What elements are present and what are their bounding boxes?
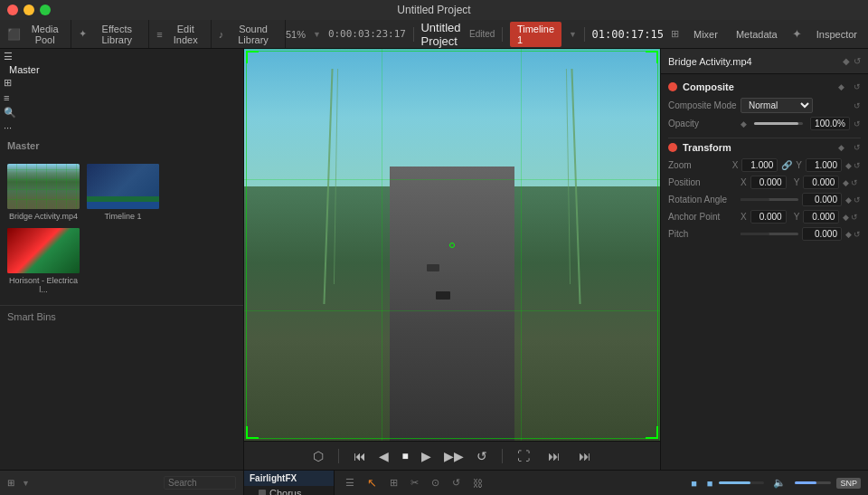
position-y-input[interactable]: 0.000 <box>803 176 839 189</box>
maximize-button[interactable] <box>40 5 51 15</box>
list-view-button[interactable]: ≡ <box>0 90 13 105</box>
timeline-tool-b[interactable]: ⊞ <box>386 475 401 490</box>
transform-header: Transform ◆ ↺ <box>668 142 861 153</box>
zoom-level: 51% <box>286 29 306 40</box>
next-clip-button[interactable]: ⏭ <box>575 445 595 467</box>
effects-panel: ⊞ ▼ ▼ Toolbox Video Transitions Audio Tr… <box>0 471 244 495</box>
media-item-timeline[interactable]: Timeline 1 <box>87 164 159 221</box>
sound-library-button[interactable]: Sound Library <box>229 22 278 47</box>
timeline-name-badge: Timeline 1 <box>510 22 561 47</box>
anchor-x-input[interactable]: 0.000 <box>750 210 787 224</box>
metadata-button[interactable]: Metadata <box>732 27 781 42</box>
fairlightfx-items: Chorus De-Esser De-Hummer Delay Distorti… <box>244 486 334 495</box>
media-more-button[interactable]: ··· <box>0 120 15 135</box>
inspector-header: Bridge Activity.mp4 ◆ ↺ <box>661 49 868 74</box>
zoom-slider[interactable] <box>719 481 764 484</box>
anchor-xy: X 0.000 Y 0.000 <box>741 210 839 224</box>
more-options-btn[interactable]: SNP <box>836 478 861 489</box>
prev-frame-button[interactable]: ◀ <box>375 447 392 465</box>
rotation-row: Rotation Angle 0.000 ◆ ↺ <box>668 193 861 206</box>
go-to-end-button[interactable]: ⏭ <box>544 445 564 467</box>
opacity-label: Opacity <box>668 119 741 129</box>
anchor-y-input[interactable]: 0.000 <box>803 210 839 224</box>
media-pool-button[interactable]: Media Pool <box>26 22 63 47</box>
minimize-button[interactable] <box>24 5 34 15</box>
edit-index-button[interactable]: Edit Index <box>168 22 203 47</box>
zoom-out-btn[interactable]: ■ <box>687 476 701 490</box>
preview-toolbar: ⬡ ⏮ ◀ ■ ▶ ▶▶ ↺ ⛶ ⏭ ⏭ <box>244 441 660 470</box>
preview-monitor <box>244 49 660 441</box>
timeline-tracks: ☰ ↖ ⊞ ✂ ⊙ ↺ ⛓ ■ ■ 🔈 <box>335 471 868 495</box>
zoom-in-btn[interactable]: ■ <box>703 476 717 490</box>
search-media-button[interactable]: 🔍 <box>0 105 20 120</box>
top-toolbar: ⬛ Media Pool ✦ Effects Library ≡ Edit In… <box>0 20 868 49</box>
mixer-button[interactable]: Mixer <box>690 27 722 42</box>
rotation-label: Rotation Angle <box>668 195 741 205</box>
pitch-input[interactable]: 0.000 <box>802 227 842 241</box>
rotation-slider[interactable] <box>741 198 798 201</box>
effects-search-input[interactable] <box>164 476 236 490</box>
timeline-with-fx: FairlightFX Chorus De-Esser De-Hummer De… <box>244 471 868 495</box>
traffic-lights <box>7 5 51 15</box>
loop-button[interactable]: ↺ <box>473 447 491 465</box>
transform-title: Transform <box>683 142 731 153</box>
rotation-control: 0.000 <box>741 193 842 206</box>
media-pool-section: ⬛ Media Pool <box>0 20 71 48</box>
composite-header: Composite ◆ ↺ <box>668 81 861 92</box>
position-row: Position X 0.000 Y 0.000 ◆ ↺ <box>668 176 861 189</box>
vol-icon[interactable]: 🔈 <box>769 475 789 490</box>
edit-index-section: ≡ Edit Index <box>149 20 211 48</box>
pitch-slider[interactable] <box>741 233 798 235</box>
media-pool-panel: ☰ Master ⊞ ≡ 🔍 ··· Master Bridge Activit… <box>0 49 244 470</box>
title-bar: Untitled Project <box>0 0 868 20</box>
output-button[interactable]: ⬡ <box>309 445 327 467</box>
timeline-menu-btn[interactable]: ☰ <box>342 475 358 490</box>
media-item-horisont[interactable]: Horisont - Electrical... <box>7 228 80 294</box>
transform-dot <box>668 143 677 152</box>
effects-library-section: ✦ Effects Library <box>71 20 149 48</box>
bottom-section: ⊞ ▼ ▼ Toolbox Video Transitions Audio Tr… <box>0 470 868 495</box>
bridge-clip-name: Bridge Activity.mp4 <box>9 212 78 221</box>
media-panel-tabs: ☰ Master ⊞ ≡ 🔍 ··· <box>0 49 243 135</box>
stop-button[interactable]: ■ <box>398 448 411 464</box>
opacity-slider[interactable] <box>754 122 803 125</box>
position-x-input[interactable]: 0.000 <box>750 176 787 189</box>
lock-icon[interactable]: 🔗 <box>781 160 792 170</box>
opacity-input[interactable] <box>810 117 850 130</box>
master-tab[interactable]: Master <box>0 61 49 79</box>
fullscreen-button[interactable]: ⛶ <box>514 445 533 467</box>
composite-dot <box>668 82 677 91</box>
timeline-tool-d[interactable]: ⊙ <box>428 475 443 490</box>
go-to-start-button[interactable]: ⏮ <box>350 447 370 465</box>
toolbar-right: ⊞ Mixer Metadata ✦ Inspector <box>664 27 868 42</box>
zoom-x-input[interactable]: 1.000 <box>741 158 778 172</box>
timeline-tool-e[interactable]: ↺ <box>448 475 464 490</box>
effects-header: ⊞ ▼ <box>0 471 243 495</box>
fairlightfx-list: FairlightFX Chorus De-Esser De-Hummer De… <box>244 471 335 495</box>
play-button[interactable]: ▶ <box>418 447 435 465</box>
inspector-button[interactable]: Inspector <box>813 27 861 42</box>
center-panel: ⬡ ⏮ ◀ ■ ▶ ▶▶ ↺ ⛶ ⏭ ⏭ <box>244 49 660 470</box>
opacity-control: ◆ <box>741 117 850 130</box>
timeline-tool-c[interactable]: ✂ <box>407 475 422 490</box>
fast-forward-button[interactable]: ▶▶ <box>440 447 467 465</box>
preview-image <box>244 49 660 441</box>
rotation-input[interactable]: 0.000 <box>802 193 842 206</box>
timeline-tool-f[interactable]: ⛓ <box>469 476 486 490</box>
zoom-label: Zoom <box>668 160 732 170</box>
toolbar-center: 51% ▼ 0:00:03:23:17 Untitled Project Edi… <box>286 21 664 48</box>
timeline-thumbnail <box>87 164 159 209</box>
inspector-content: Composite ◆ ↺ Composite Mode Normal ↺ Op… <box>661 74 868 470</box>
close-button[interactable] <box>7 5 18 15</box>
media-item-bridge[interactable]: Bridge Activity.mp4 <box>7 164 80 221</box>
zoom-y-input[interactable]: 1.000 <box>806 158 842 172</box>
timeline-tool-a[interactable]: ↖ <box>363 474 381 491</box>
chorus-item[interactable]: Chorus <box>244 486 334 495</box>
effects-library-button[interactable]: Effects Library <box>92 22 141 47</box>
main-timecode: 01:00:17:15 <box>592 28 664 41</box>
volume-slider[interactable] <box>795 481 831 484</box>
timeline-area: FairlightFX Chorus De-Esser De-Hummer De… <box>244 471 868 495</box>
transport-controls: ⏮ ◀ ■ ▶ ▶▶ ↺ <box>350 447 490 465</box>
pitch-row: Pitch 0.000 ◆ ↺ <box>668 227 861 241</box>
composite-mode-select[interactable]: Normal <box>741 98 813 113</box>
